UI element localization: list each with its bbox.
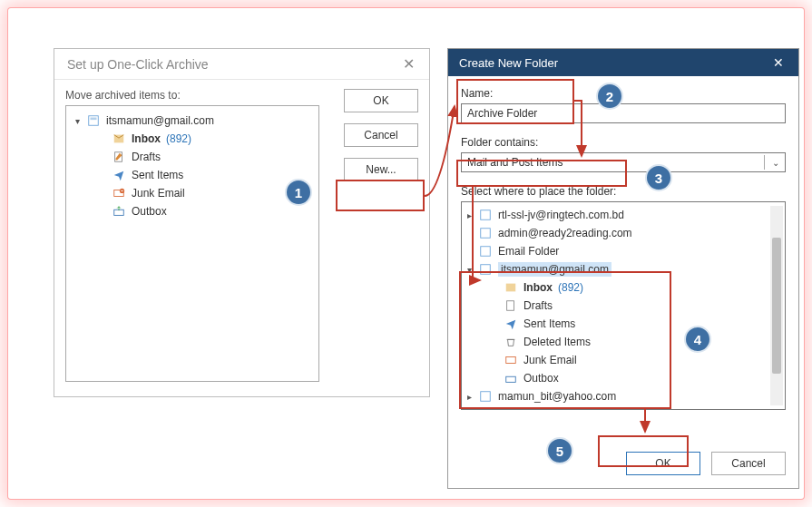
tree-account-label: admin@ready2reading.com [498, 227, 632, 239]
tree-account-root[interactable]: ▾ itsmamun@gmail.com [72, 112, 313, 130]
tree-item-label: Deleted Items [523, 336, 591, 348]
step-badge-1: 1 [285, 179, 312, 206]
scroll-thumb[interactable] [772, 238, 781, 374]
chevron-down-icon[interactable]: ▾ [464, 265, 474, 275]
svg-rect-9 [481, 265, 491, 275]
data-store-icon [478, 209, 493, 221]
contains-label: Folder contains: [461, 136, 786, 149]
close-icon[interactable]: ✕ [397, 54, 420, 74]
step-badge-4: 4 [684, 326, 711, 353]
tree-item-drafts[interactable]: Drafts [97, 148, 313, 166]
close-icon[interactable]: ✕ [768, 54, 789, 72]
inbox-icon [504, 281, 518, 294]
place-folder-tree[interactable]: ▸ rtl-ssl-jv@ringtech.com.bd admin@ready… [461, 201, 786, 410]
tree-item-label: Outbox [132, 205, 167, 218]
tree-account[interactable]: Email Folder [464, 242, 770, 260]
tree-account-label: Email Folder [498, 245, 559, 258]
tree-item-junk[interactable]: Junk Email [489, 351, 770, 369]
create-folder-titlebar: Create New Folder ✕ [448, 49, 798, 76]
move-archived-label: Move archived items to: [65, 89, 335, 102]
data-store-icon [478, 227, 493, 239]
inbox-icon [112, 132, 126, 145]
ok-button[interactable]: OK [344, 89, 418, 112]
tree-item-outbox[interactable]: Outbox [97, 202, 313, 220]
tree-item-drafts[interactable]: Drafts [489, 297, 770, 315]
new-folder-button[interactable]: New... [344, 158, 418, 181]
svg-rect-1 [91, 118, 97, 121]
svg-rect-11 [506, 357, 516, 364]
tree-account-label: itsmamun@gmail.com [498, 262, 611, 277]
tree-account-label: rtl-ssl-jv@ringtech.com.bd [498, 209, 624, 221]
create-folder-dialog: Create New Folder ✕ Name: Folder contain… [447, 48, 799, 489]
data-store-icon [86, 114, 101, 127]
drafts-icon [504, 299, 518, 312]
tree-item-label: Junk Email [132, 187, 185, 200]
tree-item-label: Outbox [523, 372, 559, 385]
chevron-down-icon[interactable]: ⌄ [764, 155, 779, 170]
cancel-button[interactable]: Cancel [344, 123, 418, 147]
junk-icon [504, 354, 518, 366]
tree-item-label: Sent Items [132, 169, 183, 181]
tree-item-outbox[interactable]: Outbox [489, 369, 770, 387]
junk-icon [112, 187, 126, 200]
tree-item-inbox[interactable]: Inbox (892) [489, 278, 770, 297]
data-store-icon [478, 390, 493, 403]
tree-item-label: Inbox [523, 281, 553, 294]
tree-item-sent[interactable]: Sent Items [489, 315, 770, 333]
step-badge-5: 5 [546, 437, 573, 464]
svg-rect-7 [481, 229, 491, 239]
tree-item-junk[interactable]: Junk Email [97, 184, 313, 202]
svg-rect-13 [481, 392, 491, 402]
chevron-right-icon[interactable]: ▸ [464, 210, 474, 220]
tree-item-label: Junk Email [523, 354, 577, 366]
name-label: Name: [461, 87, 786, 100]
svg-rect-5 [114, 210, 124, 215]
tree-item-deleted[interactable]: Deleted Items [489, 333, 770, 351]
sent-icon [112, 169, 126, 181]
archive-setup-title: Set up One-Click Archive [67, 57, 209, 72]
tree-item-label: Drafts [132, 151, 161, 163]
svg-rect-10 [507, 301, 514, 311]
tree-account-label: itsmamun@gmail.com [106, 114, 214, 127]
tree-account[interactable]: ▸ mamun_bit@yahoo.com [464, 387, 770, 405]
data-store-icon [478, 263, 493, 276]
tree-account[interactable]: admin@ready2reading.com [464, 224, 770, 242]
inbox-count: (892) [166, 132, 191, 145]
sent-icon [504, 317, 518, 330]
tree-item-label: Drafts [523, 299, 553, 312]
ok-button[interactable]: OK [626, 452, 700, 475]
scrollbar[interactable] [770, 206, 783, 405]
trash-icon [504, 336, 518, 348]
tree-account[interactable]: ▸ rtl-ssl-jv@ringtech.com.bd [464, 206, 770, 224]
folder-contains-select[interactable]: Mail and Post Items ⌄ [461, 152, 786, 172]
archive-folder-tree[interactable]: ▾ itsmamun@gmail.com Inbox (892) [65, 105, 319, 382]
place-label: Select where to place the folder: [461, 185, 786, 198]
tree-item-label: Sent Items [523, 317, 575, 330]
outbox-icon [112, 205, 126, 218]
archive-setup-dialog: Set up One-Click Archive ✕ Move archived… [54, 48, 430, 397]
chevron-right-icon[interactable]: ▸ [464, 392, 474, 402]
inbox-count: (892) [558, 281, 583, 294]
tree-item-label: Inbox [132, 132, 161, 145]
create-folder-title: Create New Folder [459, 56, 558, 70]
archive-setup-titlebar: Set up One-Click Archive ✕ [54, 49, 429, 80]
svg-rect-8 [481, 247, 491, 257]
data-store-icon [478, 245, 493, 258]
drafts-icon [112, 151, 126, 163]
folder-name-input[interactable] [461, 103, 786, 123]
svg-rect-12 [506, 376, 516, 382]
outbox-icon [504, 372, 518, 385]
step-badge-2: 2 [596, 83, 623, 110]
tree-account-label: mamun_bit@yahoo.com [498, 390, 616, 403]
step-badge-3: 3 [645, 164, 672, 191]
tree-account-selected[interactable]: ▾ itsmamun@gmail.com [464, 260, 770, 278]
folder-contains-value: Mail and Post Items [467, 156, 563, 169]
svg-rect-0 [89, 116, 99, 126]
svg-rect-6 [481, 210, 491, 220]
cancel-button[interactable]: Cancel [711, 452, 786, 475]
chevron-down-icon[interactable]: ▾ [72, 116, 83, 126]
tree-item-sent[interactable]: Sent Items [97, 166, 313, 184]
tree-item-inbox[interactable]: Inbox (892) [97, 130, 313, 148]
